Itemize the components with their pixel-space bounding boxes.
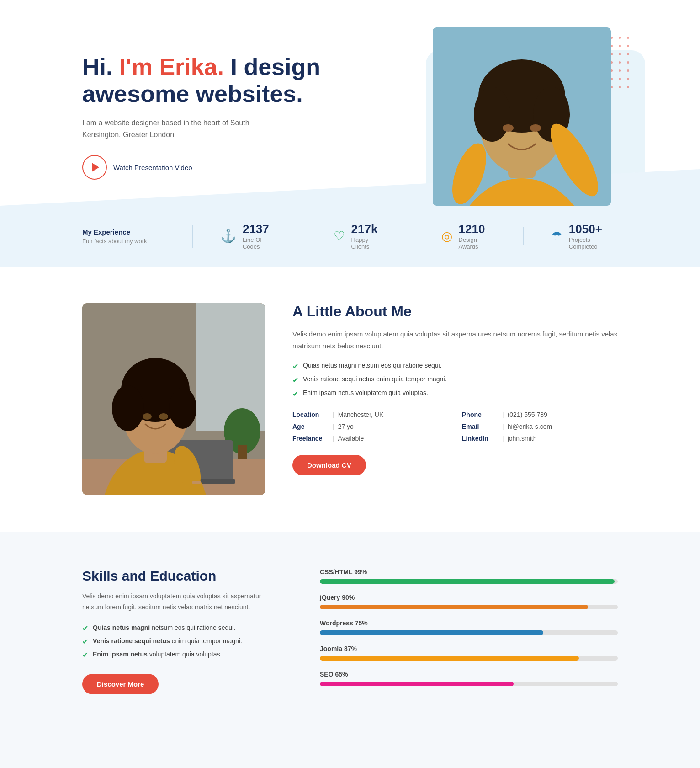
- svg-point-9: [530, 124, 541, 132]
- hero-portrait: [433, 27, 611, 206]
- about-info-grid: Location | Manchester, UK Phone | (021) …: [292, 411, 618, 442]
- about-right: A Little About Me Velis demo enim ipsam …: [292, 303, 618, 475]
- skill-bar-label-3: Joomla 87%: [320, 645, 357, 652]
- about-check-2: ✔Enim ipsam netus voluptatem quia volupt…: [292, 389, 618, 398]
- skill-bar-track-2: [320, 630, 618, 635]
- skill-bar-0: CSS/HTML 99%: [320, 568, 618, 584]
- skills-section: Skills and Education Velis demo enim ips…: [0, 532, 700, 733]
- info-row-3: Email | hi@erika-s.com: [462, 423, 618, 430]
- stat-item-3: ☂ 1050+ Projects Completed: [551, 222, 618, 250]
- discover-more-button[interactable]: Discover More: [82, 674, 159, 694]
- about-check-1: ✔Venis ratione sequi netus enim quia tem…: [292, 375, 618, 384]
- skill-check-icon-0: ✔: [82, 624, 88, 633]
- about-section: A Little About Me Velis demo enim ipsam …: [0, 267, 700, 532]
- stats-label: My Experience Fun facts about my work: [82, 228, 164, 245]
- info-row-2: Age | 27 yo: [292, 423, 448, 430]
- svg-point-28: [159, 413, 168, 420]
- info-label-1: Phone: [462, 411, 498, 418]
- info-label-2: Age: [292, 423, 329, 430]
- play-btn-row: Watch Presentation Video: [82, 155, 426, 180]
- skill-check-icon-2: ✔: [82, 651, 88, 659]
- stat-sep-0: [306, 227, 306, 245]
- skill-check-icon-1: ✔: [82, 637, 88, 646]
- stats-items: ⚓ 2137 Line Of Codes ♡ 217k Happy Client…: [220, 222, 618, 250]
- info-label-3: Email: [462, 423, 498, 430]
- skill-bar-label-2: Wordpress 75%: [320, 619, 368, 627]
- info-row-0: Location | Manchester, UK: [292, 411, 448, 418]
- watch-video-link[interactable]: Watch Presentation Video: [113, 164, 192, 171]
- skills-right: CSS/HTML 99% jQuery 90% Wordpress 75% Jo…: [320, 568, 618, 696]
- stats-label-title: My Experience: [82, 228, 164, 236]
- stat-icon-1: ♡: [334, 229, 345, 244]
- download-cv-button[interactable]: Download CV: [292, 455, 366, 475]
- svg-rect-30: [192, 481, 201, 484]
- skill-check-0: ✔Quias netus magni netsum eos qui ration…: [82, 624, 283, 633]
- svg-point-25: [112, 385, 144, 431]
- play-triangle-icon: [92, 163, 99, 172]
- about-portrait: [82, 303, 265, 495]
- hero-section: Hi. I'm Erika. I design awesome websites…: [0, 0, 700, 206]
- skill-bar-1: jQuery 90%: [320, 594, 618, 609]
- info-value-5: john.smith: [508, 435, 537, 442]
- svg-point-8: [503, 124, 514, 132]
- svg-point-6: [474, 87, 510, 142]
- stat-item-0: ⚓ 2137 Line Of Codes: [220, 222, 278, 250]
- about-checks: ✔Quias netus magni netsum eos qui ration…: [292, 362, 618, 398]
- about-title: A Little About Me: [292, 303, 618, 320]
- check-icon-0: ✔: [292, 362, 298, 371]
- skills-title: Skills and Education: [82, 568, 283, 584]
- skill-bar-label-0: CSS/HTML 99%: [320, 568, 367, 576]
- about-description: Velis demo enim ipsam voluptatem quia vo…: [292, 328, 618, 352]
- skills-checks: ✔Quias netus magni netsum eos qui ration…: [82, 624, 283, 659]
- stat-item-1: ♡ 217k Happy Clients: [334, 222, 386, 250]
- skill-bar-4: SEO 65%: [320, 671, 618, 686]
- skill-bar-fill-2: [320, 630, 543, 635]
- info-value-2: 27 yo: [338, 423, 354, 430]
- stat-icon-0: ⚓: [220, 229, 236, 244]
- skill-bar-fill-0: [320, 579, 615, 584]
- stats-divider: [192, 225, 193, 248]
- hero-left: Hi. I'm Erika. I design awesome websites…: [82, 53, 426, 180]
- info-value-3: hi@erika-s.com: [508, 423, 552, 430]
- skill-bar-3: Joomla 87%: [320, 645, 618, 661]
- info-value-0: Manchester, UK: [338, 411, 384, 418]
- check-icon-1: ✔: [292, 376, 298, 384]
- skill-bar-fill-4: [320, 682, 514, 686]
- info-label-0: Location: [292, 411, 329, 418]
- stat-icon-2: ◎: [441, 229, 452, 244]
- play-button[interactable]: [82, 155, 107, 180]
- skill-bar-track-3: [320, 656, 618, 661]
- info-row-1: Phone | (021) 555 789: [462, 411, 618, 418]
- info-value-1: (021) 555 789: [508, 411, 547, 418]
- stat-label-2: Design Awards: [459, 236, 496, 250]
- hero-right: [426, 27, 618, 206]
- skill-check-2: ✔Enim ipsam netus voluptatem quia volupt…: [82, 651, 283, 659]
- hero-name: I'm Erika.: [119, 53, 224, 80]
- stat-icon-3: ☂: [551, 229, 562, 244]
- skills-left: Skills and Education Velis demo enim ips…: [82, 568, 283, 694]
- stat-number-3: 1050+: [569, 222, 618, 236]
- stats-label-sub: Fun facts about my work: [82, 238, 164, 245]
- about-image: [82, 303, 265, 495]
- info-row-4: Freelance | Available: [292, 435, 448, 442]
- svg-point-26: [169, 388, 196, 429]
- check-icon-2: ✔: [292, 389, 298, 398]
- skill-bar-fill-1: [320, 605, 588, 609]
- stat-number-2: 1210: [459, 222, 496, 236]
- stat-number-1: 217k: [351, 222, 386, 236]
- about-check-0: ✔Quias netus magni netsum eos qui ration…: [292, 362, 618, 371]
- skill-bar-label-4: SEO 65%: [320, 671, 348, 678]
- skill-bar-label-1: jQuery 90%: [320, 594, 355, 601]
- hero-hi: Hi.: [82, 53, 112, 80]
- info-value-4: Available: [338, 435, 364, 442]
- stat-sep-1: [414, 227, 414, 245]
- skill-check-1: ✔Venis ratione sequi netus enim quia tem…: [82, 637, 283, 646]
- hero-title: Hi. I'm Erika. I design awesome websites…: [82, 53, 426, 108]
- svg-point-27: [143, 413, 152, 420]
- skills-description: Velis demo enim ipsam voluptatem quia vo…: [82, 591, 283, 613]
- skill-bar-track-0: [320, 579, 618, 584]
- svg-rect-15: [196, 303, 265, 431]
- stat-label-1: Happy Clients: [351, 236, 386, 250]
- stats-section: My Experience Fun facts about my work ⚓ …: [0, 206, 700, 267]
- stat-number-0: 2137: [243, 222, 278, 236]
